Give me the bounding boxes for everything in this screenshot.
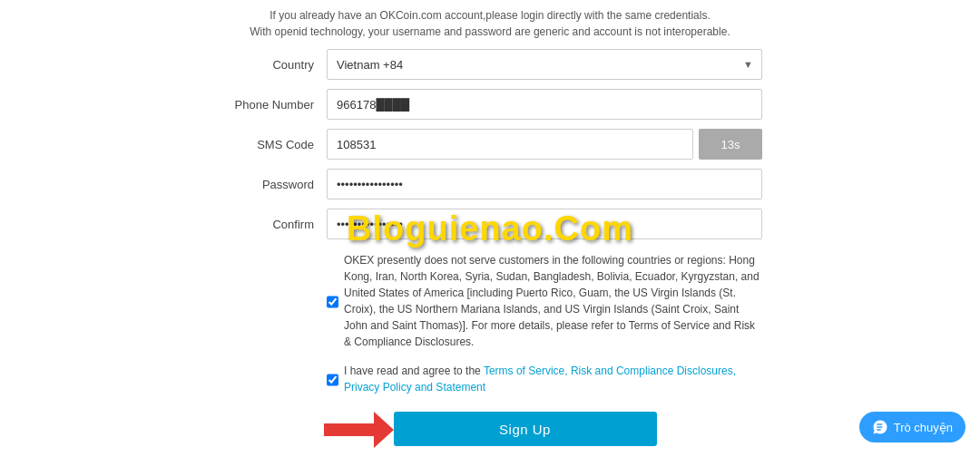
signup-button[interactable]: Sign Up [394,412,657,446]
arrow-body [324,423,374,436]
country-label: Country [218,58,327,72]
sms-row: SMS Code 13s [163,129,817,160]
phone-input[interactable] [327,89,762,120]
agree-checkbox[interactable] [327,365,338,395]
agree-checkbox-row: I have read and agree to the Terms of Se… [163,359,817,399]
password-input[interactable] [327,169,762,199]
terms-checkbox-row: OKEX presently does not serve customers … [163,248,817,354]
signup-row: Sign Up [163,404,817,455]
country-select[interactable]: Vietnam +84 United States +1 United King… [327,49,762,80]
confirm-row: Confirm [163,209,817,239]
chat-icon [872,419,888,435]
country-row: Country Vietnam +84 United States +1 Uni… [163,49,817,80]
top-notice: If you already have an OKCoin.com accoun… [0,0,980,44]
sms-input[interactable] [327,129,693,160]
form-container: Country Vietnam +84 United States +1 Uni… [163,44,817,457]
country-select-wrapper: Vietnam +84 United States +1 United King… [327,49,762,80]
confirm-label: Confirm [218,218,327,231]
okex-terms-checkbox[interactable] [327,254,338,350]
notice-line1: If you already have an OKCoin.com accoun… [181,7,799,24]
confirm-input[interactable] [327,209,762,239]
chat-button-label: Trò chuyện [894,421,953,434]
arrow-indicator [324,412,394,448]
agree-text: I have read and agree to the Terms of Se… [344,363,762,395]
sms-label: SMS Code [218,138,327,151]
phone-row: Phone Number [163,89,817,120]
sms-timer-button[interactable]: 13s [699,129,762,160]
agree-text-before: I have read and agree to the [344,365,484,377]
page-wrapper: If you already have an OKCoin.com accoun… [0,0,980,457]
arrow-head [374,412,394,448]
okex-terms-text: OKEX presently does not serve customers … [344,252,762,350]
password-row: Password [163,169,817,199]
notice-line2: With openid technology, your username an… [181,24,799,40]
password-label: Password [218,178,327,191]
chat-button[interactable]: Trò chuyện [859,412,965,442]
phone-label: Phone Number [218,98,327,112]
